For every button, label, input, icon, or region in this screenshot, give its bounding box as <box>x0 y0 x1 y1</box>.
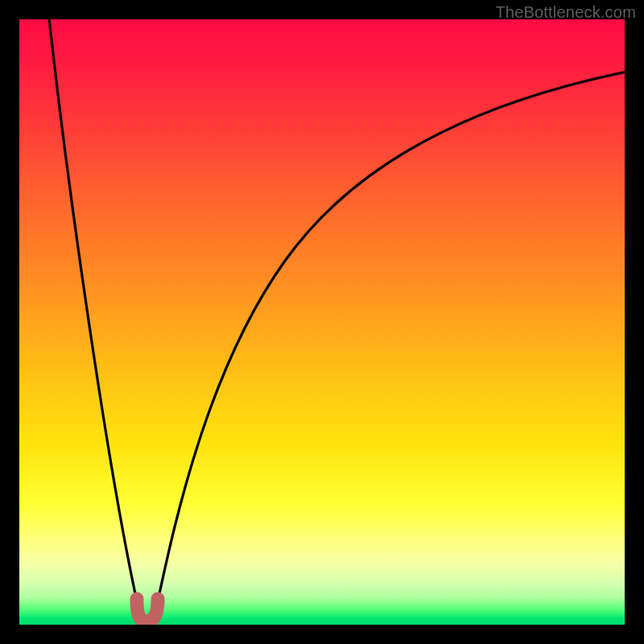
curve-left-branch <box>48 19 138 609</box>
plot-frame <box>19 19 625 625</box>
bottleneck-curve <box>19 19 625 625</box>
curve-right-branch <box>156 69 625 609</box>
attribution-text: TheBottleneck.com <box>495 3 636 22</box>
minimum-marker-path <box>137 599 158 621</box>
